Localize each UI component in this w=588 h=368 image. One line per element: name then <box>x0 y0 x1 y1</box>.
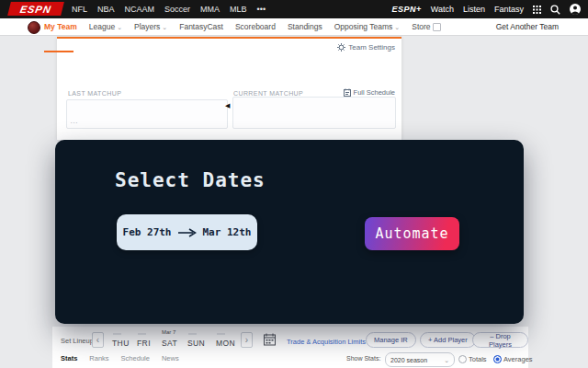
chevron-down-icon: ⌄ <box>162 24 167 30</box>
nav-mlb[interactable]: MLB <box>230 5 247 14</box>
back-caret-icon: ◀ <box>225 102 230 109</box>
team-settings-label: Team Settings <box>348 43 395 52</box>
totals-radio-label[interactable]: Totals <box>469 355 487 363</box>
arrow-right-icon <box>178 228 197 237</box>
last-matchup-label: LAST MATCHUP <box>68 90 121 97</box>
faint-date-placeholder <box>217 333 225 335</box>
matchup-ellipsis: … <box>70 116 78 125</box>
active-tab-underline <box>44 51 74 52</box>
team-settings-link[interactable]: Team Settings <box>337 43 395 52</box>
date-range-pill[interactable]: Feb 27th Mar 12th <box>117 214 257 250</box>
nav-mma[interactable]: MMA <box>200 5 220 14</box>
set-lineup-label: Set Lineup: <box>61 337 96 345</box>
full-schedule-link[interactable]: Full Schedule <box>344 88 395 97</box>
day-mon[interactable]: MON <box>216 339 235 348</box>
nav-ncaam[interactable]: NCAAM <box>125 5 155 14</box>
tab-players-label: Players <box>134 22 160 31</box>
date-start: Feb 27th <box>123 226 172 238</box>
search-icon[interactable] <box>550 5 560 15</box>
chevron-down-icon: ⌄ <box>117 24 122 30</box>
season-dropdown-value: 2020 season <box>390 357 427 363</box>
gear-icon <box>337 43 345 52</box>
tab-my-team[interactable]: My Team <box>44 22 77 31</box>
team-summary-card: Team Settings LAST MATCHUP CURRENT MATCH… <box>57 37 401 140</box>
nav-watch[interactable]: Watch <box>431 5 454 14</box>
current-matchup-label: CURRENT MATCHUP <box>233 90 303 97</box>
select-dates-modal: Select Dates Feb 27th Mar 12th Automate <box>55 140 524 324</box>
nav-soccer[interactable]: Soccer <box>164 5 190 14</box>
schedule-icon <box>344 88 351 97</box>
trade-limits-label: Trade & Acquisition Limits <box>287 338 366 346</box>
last-matchup-box <box>66 99 228 129</box>
nav-listen[interactable]: Listen <box>463 5 485 14</box>
nav-fantasy[interactable]: Fantasy <box>494 5 524 14</box>
get-another-team-link[interactable]: Get Another Team <box>496 18 559 35</box>
day-sun[interactable]: SUN <box>187 339 205 348</box>
more-sports-icon[interactable]: ••• <box>257 5 266 14</box>
averages-radio[interactable] <box>493 355 502 363</box>
tab-standings[interactable]: Standings <box>288 22 322 31</box>
totals-radio[interactable] <box>458 355 467 363</box>
top-nav-right: ESPN+ Watch Listen Fantasy <box>392 0 581 18</box>
team-logo-icon[interactable] <box>28 21 40 34</box>
nav-nfl[interactable]: NFL <box>72 5 87 14</box>
modal-title: Select Dates <box>115 169 266 191</box>
season-dropdown[interactable]: 2020 season ⌄ <box>385 352 455 367</box>
day-fri[interactable]: FRI <box>137 339 151 348</box>
prev-day-button[interactable]: ‹ <box>92 332 104 348</box>
tab-league[interactable]: League ⌄ <box>89 22 122 31</box>
tab-league-label: League <box>89 22 115 31</box>
tab-opposing-teams[interactable]: Opposing Teams ⌄ <box>334 22 401 31</box>
lineup-section: Set Lineup: ‹ THU FRI Mar 7 SAT SUN MON … <box>52 327 528 368</box>
tab-stats[interactable]: Stats <box>61 354 77 362</box>
chevron-down-icon: ⌄ <box>444 357 449 363</box>
trade-acquisition-limits-link[interactable]: Trade & Acquisition Limits i <box>287 337 378 346</box>
tab-store[interactable]: Store <box>412 22 440 31</box>
manage-ir-button[interactable]: Manage IR <box>366 332 416 348</box>
fantasy-nav-items: My Team League ⌄ Players ⌄ FantasyCast S… <box>44 18 441 35</box>
selected-day-date: Mar 7 <box>162 329 175 335</box>
tab-players[interactable]: Players ⌄ <box>134 22 167 31</box>
next-day-button[interactable]: › <box>241 332 253 348</box>
calendar-icon[interactable] <box>264 333 276 346</box>
tab-news[interactable]: News <box>162 354 179 362</box>
faint-date-placeholder <box>188 333 197 335</box>
chevron-down-icon: ⌄ <box>394 24 400 30</box>
top-nav-bar: ESPN NFL NBA NCAAM Soccer MMA MLB ••• ES… <box>0 0 588 18</box>
faint-date-placeholder <box>138 333 146 335</box>
espn-logo-text: ESPN <box>19 4 52 15</box>
drop-players-button[interactable]: – Drop Players <box>472 332 528 348</box>
sports-nav: NFL NBA NCAAM Soccer MMA MLB ••• <box>72 0 266 18</box>
espn-logo[interactable]: ESPN <box>7 2 64 16</box>
date-end: Mar 12th <box>203 226 252 238</box>
tab-schedule[interactable]: Schedule <box>121 354 150 362</box>
averages-radio-label[interactable]: Averages <box>503 355 533 363</box>
current-matchup-box <box>232 97 396 129</box>
tab-ranks[interactable]: Ranks <box>89 354 108 362</box>
tab-opposing-teams-label: Opposing Teams <box>334 22 393 31</box>
show-stats-label: Show Stats: <box>346 355 380 362</box>
profile-icon[interactable] <box>570 4 581 15</box>
faint-date-placeholder <box>113 333 121 335</box>
add-player-button[interactable]: + Add Player <box>420 332 476 348</box>
tab-scoreboard[interactable]: Scoreboard <box>235 22 276 31</box>
full-schedule-label: Full Schedule <box>354 88 395 97</box>
apps-grid-icon[interactable] <box>533 6 541 14</box>
stats-tabs: Stats Ranks Schedule News <box>61 354 179 362</box>
fantasy-nav-bar: My Team League ⌄ Players ⌄ FantasyCast S… <box>0 18 588 36</box>
espn-plus-logo[interactable]: ESPN+ <box>392 5 422 14</box>
nav-nba[interactable]: NBA <box>97 5 115 14</box>
automate-button[interactable]: Automate <box>365 217 459 250</box>
tab-fantasycast[interactable]: FantasyCast <box>179 22 223 31</box>
day-sat[interactable]: SAT <box>162 339 177 348</box>
day-thu[interactable]: THU <box>112 339 130 348</box>
store-icon <box>433 23 441 31</box>
tab-store-label: Store <box>412 22 430 31</box>
